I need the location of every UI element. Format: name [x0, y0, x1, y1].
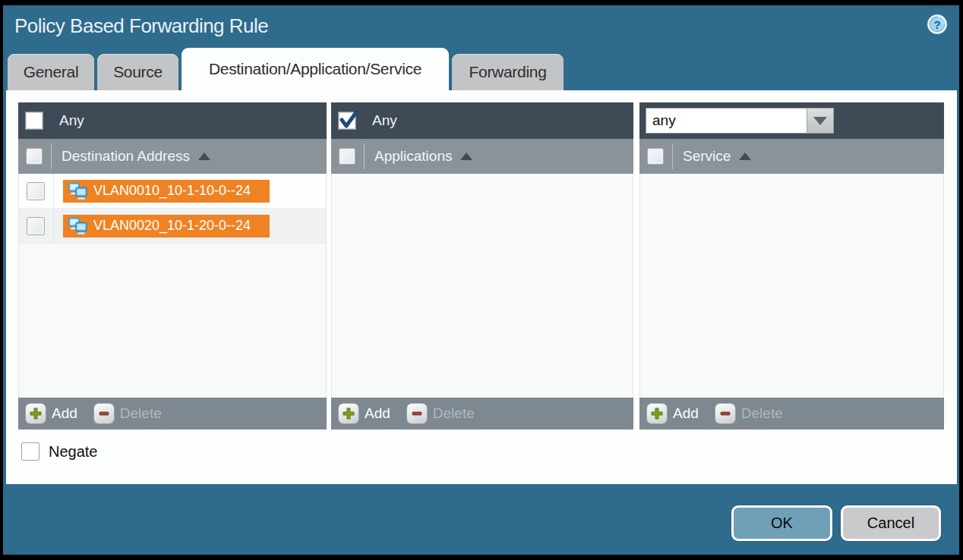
destination-any-label: Any [59, 112, 84, 129]
applications-select-all-checkbox[interactable] [339, 149, 355, 164]
add-button[interactable]: Add [647, 404, 699, 423]
network-icon [68, 217, 88, 235]
screenshot-frame: Policy Based Forwarding Rule ? General S… [0, 0, 963, 560]
sort-asc-icon[interactable] [198, 153, 210, 160]
chevron-down-icon[interactable] [807, 108, 834, 134]
add-label: Add [52, 405, 77, 422]
applications-any-label: Any [372, 112, 397, 129]
delete-button[interactable]: Delete [94, 404, 162, 423]
add-label: Add [365, 405, 390, 422]
applications-any-bar: Any [331, 102, 633, 139]
delete-label: Delete [741, 405, 783, 422]
destination-any-bar: Any [18, 102, 327, 139]
minus-icon [94, 404, 114, 423]
negate-checkbox[interactable] [21, 442, 39, 461]
destination-header-label: Destination Address [62, 148, 190, 165]
destination-list: VLAN0010_10-1-10-0--24 [18, 174, 327, 398]
row-separator [53, 209, 54, 243]
service-dropdown-input[interactable] [646, 108, 807, 134]
destination-any-checkbox[interactable] [25, 112, 43, 130]
tab-forwarding[interactable]: Forwarding [452, 54, 564, 90]
table-row[interactable]: VLAN0020_10-1-20-0--24 [19, 209, 326, 244]
destination-footer: Add Delete [18, 398, 327, 429]
row-checkbox[interactable] [27, 218, 44, 234]
destination-select-all-checkbox[interactable] [27, 149, 42, 164]
header-separator [51, 143, 52, 169]
tab-general[interactable]: General [8, 54, 94, 90]
service-dropdown-bar [639, 102, 944, 139]
tab-destination-application-service[interactable]: Destination/Application/Service [182, 48, 449, 90]
header-separator [364, 143, 365, 169]
service-column: Service Add Delete [639, 102, 944, 429]
service-header-row: Service [639, 139, 944, 174]
address-object-chip[interactable]: VLAN0010_10-1-10-0--24 [63, 180, 270, 203]
plus-icon [26, 404, 46, 423]
row-separator [53, 174, 54, 208]
plus-icon [339, 404, 358, 423]
service-dropdown [646, 108, 834, 134]
table-row[interactable]: VLAN0010_10-1-10-0--24 [19, 174, 326, 209]
help-icon[interactable]: ? [926, 13, 949, 36]
applications-any-checkbox[interactable] [338, 112, 356, 130]
check-mark-icon [339, 110, 358, 130]
minus-icon [407, 404, 427, 423]
service-footer: Add Delete [639, 398, 944, 429]
tab-source[interactable]: Source [97, 54, 178, 90]
address-object-label: VLAN0010_10-1-10-0--24 [93, 183, 251, 199]
delete-label: Delete [433, 405, 475, 422]
dialog-title: Policy Based Forwarding Rule [14, 14, 268, 38]
delete-button[interactable]: Delete [715, 404, 783, 423]
service-header-label: Service [683, 148, 731, 165]
add-label: Add [673, 405, 699, 422]
minus-icon [715, 404, 735, 423]
applications-header-label: Applications [374, 148, 452, 165]
delete-button[interactable]: Delete [407, 404, 475, 423]
network-icon [68, 182, 88, 200]
add-button[interactable]: Add [26, 404, 77, 423]
applications-column: Any Applications Add [331, 102, 633, 429]
address-object-chip[interactable]: VLAN0020_10-1-20-0--24 [63, 215, 270, 238]
applications-list [331, 174, 633, 398]
sort-asc-icon[interactable] [739, 153, 751, 160]
header-separator [672, 143, 673, 169]
pbf-rule-dialog: Policy Based Forwarding Rule ? General S… [3, 5, 959, 555]
service-select-all-checkbox[interactable] [648, 149, 663, 164]
cancel-button[interactable]: Cancel [841, 505, 941, 541]
negate-row: Negate [21, 442, 98, 461]
service-list [639, 174, 944, 398]
ok-button[interactable]: OK [731, 505, 832, 541]
content-panel: Any Destination Address [6, 90, 957, 484]
negate-label: Negate [49, 443, 98, 461]
delete-label: Delete [120, 405, 162, 422]
applications-footer: Add Delete [331, 398, 633, 429]
destination-column: Any Destination Address [18, 102, 327, 429]
sort-asc-icon[interactable] [460, 153, 472, 160]
applications-header-row: Applications [331, 139, 633, 174]
add-button[interactable]: Add [339, 404, 390, 423]
destination-header-row: Destination Address [18, 139, 327, 174]
plus-icon [647, 404, 667, 423]
svg-text:?: ? [933, 18, 940, 31]
address-object-label: VLAN0020_10-1-20-0--24 [93, 218, 251, 234]
row-checkbox[interactable] [27, 183, 44, 200]
